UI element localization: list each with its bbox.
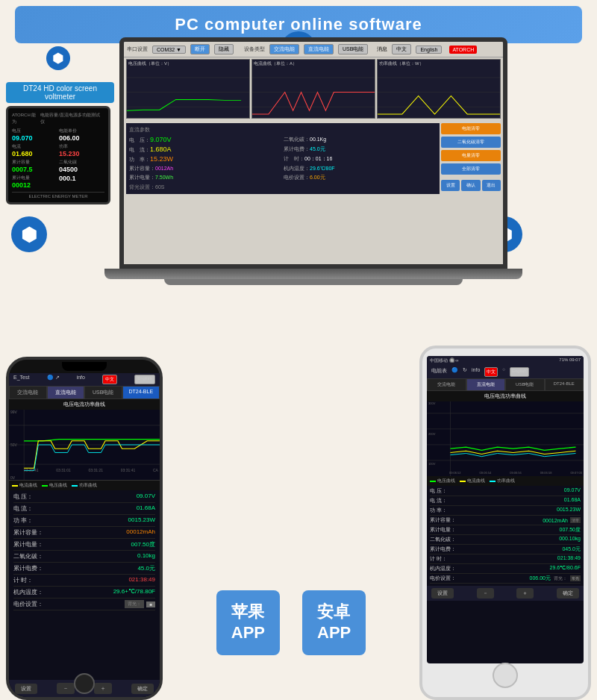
android-time-label: 计 时：: [430, 555, 447, 563]
pc-backlight-row: 背光设置：60S: [129, 184, 437, 191]
phone-lang-en-left[interactable]: English: [134, 375, 155, 384]
pc-hide-btn[interactable]: 隐藏: [214, 44, 234, 54]
android-tabs: 交流电能 直流电能 USB电能 DT24-BLE: [427, 378, 584, 391]
android-temp-label: 机内温度：: [430, 565, 456, 572]
phone-plus-btn-left[interactable]: ＋: [94, 683, 112, 694]
laptop-base: [104, 269, 522, 279]
android-lang-en[interactable]: English: [510, 367, 529, 377]
dt24-unit-price: 电能单价 006.00: [59, 128, 104, 142]
pc-btn-charge-clear[interactable]: 电量清零: [441, 150, 501, 161]
android-legend-dot-power: [490, 481, 496, 482]
android-confirm-btn[interactable]: 确定: [557, 588, 579, 599]
phone-lang-cn-left[interactable]: 中文: [102, 375, 117, 384]
phone-tab-dc[interactable]: 直流电能: [47, 386, 85, 399]
android-lang-cn[interactable]: 中文: [484, 367, 498, 377]
left-energy-row: 累计电量： 007.50度: [13, 540, 155, 551]
phone-settings-btn-left[interactable]: 设置: [15, 684, 37, 694]
pc-lang-cn[interactable]: 中文: [392, 44, 411, 54]
android-settings-btn[interactable]: 设置: [431, 588, 454, 599]
phone-minus-btn-left[interactable]: －: [57, 683, 75, 694]
pc-data-grid: 电 压：9.070V 二氧化碳：00.1Kg 电 流：1.680A 累计电费：4…: [129, 136, 437, 181]
pc-type-usb[interactable]: USB电能: [338, 44, 368, 54]
legend-power: 功率曲线: [72, 482, 97, 489]
pc-chart-current: 电流曲线（单位：A）: [251, 59, 375, 119]
android-capacity-label: 累计容量：: [430, 516, 456, 524]
pc-btn-exit[interactable]: 退出: [482, 180, 501, 191]
pc-type-ac[interactable]: 交流电能: [269, 44, 299, 54]
pc-type-dc[interactable]: 直流电能: [304, 44, 334, 54]
android-tab-dc[interactable]: 直流电能: [466, 378, 506, 391]
android-chart: 09:06:52 09:06:54 09:06:56 09:06:58 09:0…: [427, 401, 584, 476]
android-tab-usb[interactable]: USB电能: [505, 378, 545, 391]
phone-tab-ble[interactable]: DT24-BLE: [122, 386, 160, 399]
pc-btn-co2-clear[interactable]: 二氧化碳清零: [441, 137, 501, 148]
android-backlight-label: 背光：: [554, 575, 567, 582]
pc-port-select[interactable]: COM32 ▼: [152, 46, 186, 54]
android-status-right: 71% 09:07: [559, 357, 581, 364]
android-current-row: 电 流： 01.68A: [430, 497, 581, 506]
android-temp-row: 机内温度： 29.6℃/80.6F: [430, 565, 581, 574]
dt24-data-grid: 电压 09.070 电能单价 006.00 电流 01.680 功率 15.23…: [12, 128, 104, 189]
phone-left: E_Test 🔵 ↗ info 中文 English 交流电能 直流电能 USB…: [6, 357, 163, 700]
bluetooth-icon-left-top: ⬢: [46, 46, 70, 70]
android-chart-x-axis: 09:06:52 09:06:54 09:06:56 09:06:58 09:0…: [449, 471, 582, 475]
pc-data-panel: 直流参数 电 压：9.070V 二氧化碳：00.1Kg 电 流：1.680A 累…: [126, 123, 440, 194]
android-tab-ac[interactable]: 交流电能: [427, 378, 466, 391]
android-home-button[interactable]: [493, 663, 518, 688]
android-legend-dot-current: [460, 481, 466, 482]
android-co2-val: 000.10kg: [559, 536, 581, 543]
android-plus-btn[interactable]: ＋: [516, 588, 534, 599]
pc-co2-val: 00.1Kg: [310, 137, 326, 142]
left-voltage-row: 电 压： 09.07V: [13, 493, 155, 503]
pc-price-val: 6.00元: [310, 175, 325, 180]
pc-power-row: 功 率：15.23W: [129, 155, 282, 163]
android-tab-ble[interactable]: DT24-BLE: [545, 378, 584, 391]
left-time-val: 021:38:49: [128, 576, 155, 584]
pc-btn-all-clear[interactable]: 全部清零: [441, 163, 501, 175]
legend-dot-voltage: [42, 485, 48, 487]
android-legend-power: 功率曲线: [490, 478, 515, 484]
pc-lang-en[interactable]: English: [416, 46, 442, 54]
left-energy-val: 007.50度: [131, 540, 155, 549]
android-app-text-1: 安卓: [317, 601, 351, 623]
android-current-label: 电 流：: [430, 497, 447, 504]
phone-home-button-left[interactable]: [74, 673, 95, 694]
android-price-section: 006.00元 背光： 常亮: [530, 575, 581, 582]
pc-open-btn[interactable]: 断开: [190, 44, 210, 54]
pc-time-row: 计 时：00：01：16: [284, 155, 437, 163]
phone-chart-title-left: 电压电流功率曲线: [9, 399, 160, 410]
dt24-unit-price-label: 电能单价: [59, 128, 104, 134]
android-co2-row: 二氧化碳： 000.10kg: [430, 536, 581, 545]
legend-voltage: 电压曲线: [42, 482, 67, 489]
pc-btn-energy-clear[interactable]: 电能清零: [441, 123, 501, 134]
android-price-val: 006.00元: [530, 575, 551, 582]
pc-chart-power-grid: [378, 70, 500, 118]
left-co2-val: 0.10kg: [137, 552, 155, 560]
android-legend-voltage: 电压曲线: [430, 478, 455, 484]
pc-chart-current-label: 电流曲线（单位：A）: [252, 60, 375, 68]
pc-btn-confirm[interactable]: 确认: [461, 180, 480, 191]
android-legend-current: 电流曲线: [460, 478, 485, 484]
pc-btn-settings[interactable]: 设置: [441, 180, 460, 191]
pc-co2-row: 二氧化碳：00.1Kg: [284, 136, 437, 144]
dt24-subtitle: 电能容量/直流电源多功能测试仪: [40, 112, 104, 125]
left-capacity-row: 累计容量： 00012mAh: [13, 528, 155, 539]
phone-tab-ac[interactable]: 交流电能: [9, 386, 47, 399]
android-clear-btn[interactable]: 清零: [570, 517, 581, 523]
pc-time-val: 00：01：16: [304, 156, 332, 161]
android-lang-sep: ○: [502, 367, 505, 377]
left-current-row: 电 流： 01.68A: [13, 504, 155, 515]
android-minus-btn[interactable]: －: [477, 588, 494, 599]
phone-tab-usb[interactable]: USB电能: [84, 386, 122, 399]
dt24-voltage-label: 电压: [12, 128, 57, 134]
android-data-rows: 电 压： 09.07V 电 流： 01.68A 功 率： 0015.23W 累计…: [427, 486, 584, 586]
pc-device-label: 设备类型: [244, 46, 265, 53]
dt24-energy: 累计电量 00012: [12, 175, 57, 189]
phone-confirm-btn-left[interactable]: 确定: [131, 684, 154, 694]
phone-notch: [9, 360, 160, 373]
android-energy-row: 累计电量： 007.50度: [430, 526, 581, 535]
dt24-voltage: 电压 09.070: [12, 128, 57, 142]
pc-energy-val: 7.50Wh: [155, 175, 173, 180]
left-temp-label: 机内温度：: [13, 588, 43, 596]
phone-data-rows-left: 电 压： 09.07V 电 流： 01.68A 功 率： 0015.23W 累计…: [9, 490, 160, 614]
